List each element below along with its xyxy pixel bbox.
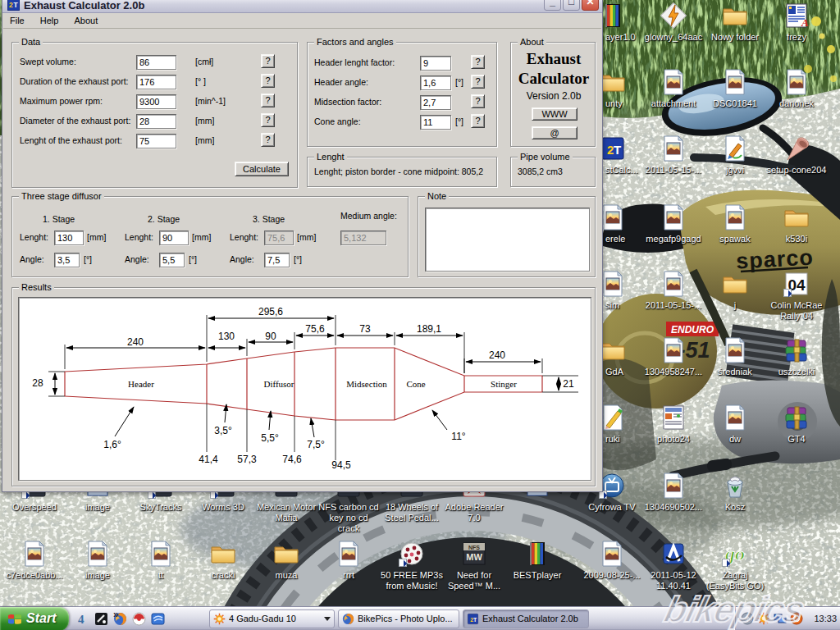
factor-row-0-field[interactable]: 9 [420, 56, 451, 71]
minimize-button[interactable]: _ [544, 0, 561, 11]
bin-icon [722, 472, 748, 499]
tray-orangeball-icon[interactable] [790, 612, 803, 625]
data-group: Data Swept volume:86[cmł]?Duration of th… [11, 42, 298, 188]
stage-3-angle-field[interactable]: 7,5 [264, 253, 290, 267]
desktop-icon-frezy[interactable]: Afrezy [765, 2, 828, 43]
stage-3-lenght-field[interactable]: 75,6 [264, 231, 294, 245]
stage-1-angle-field[interactable]: 3,5 [54, 253, 80, 267]
maximize-button[interactable]: □ [563, 0, 580, 11]
email-button[interactable]: @ [532, 126, 578, 139]
desktop-icon-uszczelki[interactable]: uszczelki [765, 337, 828, 377]
factor-row-0-help-button[interactable]: ? [471, 55, 485, 69]
stage-2-angle-field[interactable]: 5,5 [159, 253, 185, 267]
desktop-icon-50-free-mp3s[interactable]: 50 FREE MP3sfrom eMusic! [381, 541, 443, 591]
desktop-icon-zagraj[interactable]: goZagraj(EasyBits GO) [704, 541, 766, 591]
desktop-icon-danonek[interactable]: danonek [765, 69, 828, 109]
factors-group: Factors and angles Header lenght factor:… [307, 42, 497, 147]
desktop-icon-jgvvi[interactable]: jgvvi [704, 135, 766, 176]
desktop-icon-colin-mcrae[interactable]: 04Colin McRaeRally 04 [765, 271, 828, 322]
svg-text:11°: 11° [451, 431, 465, 442]
image-icon [722, 404, 748, 431]
desktop-icon-1304690502-[interactable]: 1304690502... [642, 472, 705, 513]
desktop-icon-photo24[interactable]: photo24 [642, 404, 705, 445]
image-icon [660, 271, 687, 297]
svg-text:94,5: 94,5 [331, 459, 351, 471]
factor-row-3-help-button[interactable]: ? [471, 114, 485, 128]
factors-group-label: Factors and angles [314, 37, 396, 47]
desktop-icon-setup-cone204[interactable]: setup-cone204 [765, 135, 828, 176]
data-row-0-help-button[interactable]: ? [261, 54, 275, 68]
start-button[interactable]: Start [0, 607, 69, 630]
factor-row-1-field[interactable]: 1,6 [420, 75, 451, 90]
factor-row-1-help-button[interactable]: ? [471, 75, 485, 89]
desktop-icon-tt[interactable]: tt [130, 541, 192, 581]
tray-grayball-icon[interactable] [741, 612, 754, 625]
group-dropdown-icon[interactable] [324, 617, 331, 621]
desktop-icon-rrrt[interactable]: rrrt [317, 541, 380, 581]
quick-launch-darkplayer-icon[interactable] [94, 612, 108, 626]
www-button[interactable]: WWW [532, 107, 578, 121]
desktop-icon-bestplayer[interactable]: BESTplayer [506, 541, 568, 581]
desktop-icon-label: Zagraj(EasyBits GO) [704, 570, 766, 591]
desktop-icon-kosz[interactable]: Kosz [704, 472, 766, 513]
data-row-2-field[interactable]: 9300 [136, 94, 176, 109]
taskbar-button-bikepics-photo-uplo-[interactable]: BikePics - Photo Uplo... [338, 609, 459, 628]
note-field[interactable] [425, 208, 590, 272]
desktop-icon-2011-05-15-[interactable]: 2011-05-15-... [642, 135, 705, 176]
stage-1-lenght-field[interactable]: 130 [54, 231, 84, 245]
pipe-volume-text: 3085,2 cm3 [518, 167, 563, 176]
desktop-icon-spawak[interactable]: spawak [704, 204, 766, 244]
quick-launch-overflow-chevron[interactable]: » [113, 609, 119, 620]
calculate-button[interactable]: Calculate [235, 162, 289, 176]
data-row-0-field[interactable]: 86 [136, 55, 176, 70]
factor-row-2-field[interactable]: 2,7 [420, 95, 451, 110]
task-button-label: Exhaust Calculator 2.0b [482, 614, 586, 623]
desktop-icon-2009-08-25-[interactable]: 2009-08-25-... [581, 541, 643, 581]
data-row-4-field[interactable]: 75 [136, 134, 176, 148]
data-row-2-help-button[interactable]: ? [261, 94, 275, 107]
desktop-icon-image[interactable]: image [66, 541, 129, 581]
menu-file[interactable]: File [3, 13, 31, 29]
desktop-icon-label: c7edce0abb... [3, 570, 66, 581]
quick-launch-blueapp-icon[interactable] [151, 612, 165, 626]
desktop-icon-j[interactable]: j [704, 271, 766, 311]
taskbar-button-exhaust-calculator-2-0b[interactable]: 2 TExhaust Calculator 2.0b [463, 609, 589, 628]
desktop-icon-1304958247-[interactable]: 1304958247... [642, 337, 705, 377]
desktop-icon--redniak[interactable]: średniak [704, 337, 766, 377]
desktop-icon-gt4[interactable]: GT4 [765, 404, 828, 445]
medium-angle-field[interactable]: 5,132 [340, 231, 386, 245]
data-row-1-field[interactable]: 176 [136, 75, 176, 89]
tray-netmon-icon[interactable] [774, 612, 787, 625]
desktop-icon-c7edce0abb-[interactable]: c7edce0abb... [3, 541, 66, 581]
quick-launch-redball-icon[interactable] [132, 612, 146, 626]
desktop-icon-2011-05-12[interactable]: 2011-05-1211.40.41 [642, 541, 705, 591]
desktop-icon-dw[interactable]: dw [704, 404, 766, 445]
desktop-icon-k530i[interactable]: k530i [765, 204, 828, 244]
menu-about[interactable]: About [67, 13, 104, 29]
desktop-icon-2011-05-15-[interactable]: 2011-05-15-... [642, 271, 705, 311]
desktop-icon-attachment[interactable]: attachment [642, 69, 705, 109]
desktop-icon-glowny-64aac[interactable]: glowny_64aac [642, 2, 705, 43]
factor-row-2-help-button[interactable]: ? [471, 94, 485, 108]
title-bar[interactable]: 2 T Exhaust Calculator 2.0b _ □ ✕ [2, 0, 602, 13]
data-row-1-help-button[interactable]: ? [261, 74, 275, 88]
data-row-3-help-button[interactable]: ? [261, 113, 275, 127]
data-row-3-field[interactable]: 28 [136, 114, 176, 129]
desktop-icon-cracki[interactable]: cracki [192, 541, 254, 581]
close-button[interactable]: ✕ [582, 0, 599, 11]
stage-3-angle-label: Angle: [230, 254, 254, 264]
data-row-4-help-button[interactable]: ? [261, 133, 275, 147]
desktop-icon-dsc01841[interactable]: DSC01841 [704, 69, 766, 109]
quick-launch-gg4-icon[interactable]: 4 [75, 612, 89, 626]
factor-row-3-field[interactable]: 11 [420, 115, 451, 130]
shortcut-arrow-icon [722, 559, 730, 567]
tray-ggsun-icon[interactable] [757, 612, 770, 625]
desktop-icon-muza[interactable]: muza [255, 541, 317, 581]
menu-help[interactable]: Help [34, 13, 66, 29]
taskbar-button-4-gadu-gadu-10[interactable]: 4 Gadu-Gadu 10 [209, 609, 335, 628]
desktop-icon-need-for[interactable]: NFS MWNeed forSpeed™ M... [443, 541, 505, 591]
exhaust-diagram: 295,6 75,6 73 189,1 90 240 130 240 28 21… [19, 298, 592, 482]
desktop-icon-megafp9gagd[interactable]: megafp9gagd [642, 204, 705, 244]
desktop-icon-nowy-folder[interactable]: Nowy folder [704, 2, 766, 43]
stage-2-lenght-field[interactable]: 90 [159, 231, 189, 245]
